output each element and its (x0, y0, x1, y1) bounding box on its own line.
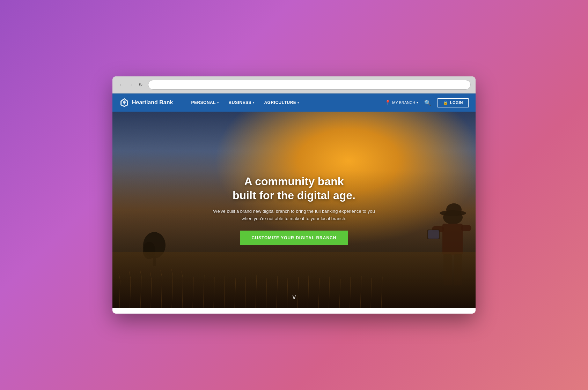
nav-right: 📍 MY BRANCH ▾ 🔍 🔒 LOGIN (385, 98, 469, 107)
browser-footer (112, 308, 476, 314)
svg-rect-11 (461, 225, 471, 231)
my-branch-label: MY BRANCH (392, 100, 415, 105)
browser-window: ← → ↻ Heartland Bank PERSONAL ▾ (112, 76, 476, 314)
location-icon: 📍 (385, 100, 391, 105)
login-label: LOGIN (450, 100, 463, 105)
agriculture-label: AGRICULTURE (264, 100, 296, 105)
logo-icon (119, 98, 129, 107)
agriculture-chevron-icon: ▾ (297, 101, 299, 104)
hero-section: A community bank built for the digital a… (112, 112, 476, 308)
hero-subtitle: We've built a brand new digital branch t… (210, 208, 378, 223)
back-button[interactable]: ← (117, 81, 125, 89)
forward-button[interactable]: → (127, 81, 135, 89)
business-chevron-icon: ▾ (253, 101, 255, 104)
nav-personal[interactable]: PERSONAL ▾ (187, 97, 223, 108)
business-label: BUSINESS (229, 100, 251, 105)
personal-label: PERSONAL (191, 100, 216, 105)
nav-agriculture[interactable]: AGRICULTURE ▾ (260, 97, 303, 108)
search-button[interactable]: 🔍 (423, 98, 433, 107)
lock-icon: 🔒 (443, 100, 448, 105)
logo-text: Heartland Bank (132, 99, 173, 106)
address-bar[interactable] (148, 80, 471, 90)
cta-button[interactable]: CUSTOMIZE YOUR DIGITAL BRANCH (240, 231, 348, 245)
scroll-down-chevron[interactable]: ∨ (292, 293, 297, 301)
login-button[interactable]: 🔒 LOGIN (438, 98, 469, 107)
reload-button[interactable]: ↻ (137, 81, 145, 89)
my-branch-chevron-icon: ▾ (417, 101, 418, 104)
nav-links: PERSONAL ▾ BUSINESS ▾ AGRICULTURE ▾ (187, 97, 385, 108)
browser-content: Heartland Bank PERSONAL ▾ BUSINESS ▾ AGR… (112, 93, 476, 314)
hero-content: A community bank built for the digital a… (203, 167, 385, 253)
site-navigation: Heartland Bank PERSONAL ▾ BUSINESS ▾ AGR… (112, 93, 476, 112)
nav-business[interactable]: BUSINESS ▾ (225, 97, 259, 108)
browser-nav-buttons: ← → ↻ (117, 81, 145, 89)
hero-title: A community bank built for the digital a… (210, 174, 378, 202)
my-branch-button[interactable]: 📍 MY BRANCH ▾ (385, 100, 418, 105)
search-icon: 🔍 (424, 100, 431, 106)
svg-rect-13 (428, 230, 439, 239)
chevron-down-icon: ∨ (292, 293, 297, 301)
personal-chevron-icon: ▾ (217, 101, 219, 104)
svg-point-8 (446, 203, 462, 216)
svg-rect-9 (442, 224, 463, 255)
browser-chrome: ← → ↻ (112, 76, 476, 93)
logo-area[interactable]: Heartland Bank (119, 98, 173, 107)
